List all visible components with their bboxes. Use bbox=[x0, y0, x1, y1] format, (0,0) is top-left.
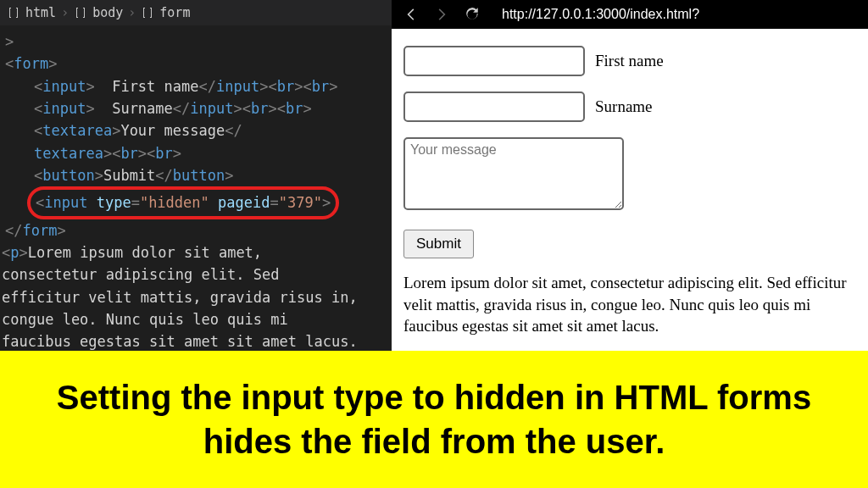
code-token: Lorem ipsum dolor sit amet, bbox=[28, 244, 262, 261]
code-token: br bbox=[277, 78, 294, 95]
code-token: button bbox=[42, 167, 94, 184]
code-token: input bbox=[216, 78, 259, 95]
breadcrumb-item[interactable]: html bbox=[25, 5, 56, 20]
code-token: textarea bbox=[42, 122, 112, 139]
code-token: "hidden" bbox=[140, 194, 209, 211]
code-token: br bbox=[120, 145, 137, 162]
brackets-icon bbox=[141, 6, 154, 19]
code-token: br bbox=[286, 100, 303, 117]
code-token: textarea bbox=[34, 145, 103, 162]
code-token: br bbox=[155, 145, 172, 162]
code-token: input bbox=[44, 194, 87, 211]
breadcrumb: html › body › form bbox=[0, 0, 392, 25]
code-token: input bbox=[42, 78, 86, 95]
browser-toolbar: http://127.0.0.1:3000/index.html? bbox=[392, 0, 868, 29]
code-token: input bbox=[42, 100, 86, 117]
code-token: br bbox=[312, 78, 329, 95]
code-token: br bbox=[251, 100, 268, 117]
code-token: Submit bbox=[103, 167, 155, 184]
first-name-label: First name bbox=[595, 52, 664, 70]
surname-input[interactable] bbox=[403, 92, 585, 122]
brackets-icon bbox=[74, 6, 87, 19]
breadcrumb-item[interactable]: body bbox=[92, 5, 123, 20]
first-name-input[interactable] bbox=[403, 46, 585, 76]
caption-text: Setting the input type to hidden in HTML… bbox=[17, 375, 851, 463]
code-token: form bbox=[22, 222, 57, 239]
chevron-right-icon: › bbox=[61, 5, 69, 20]
code-area[interactable]: > <form> <input> First name</input><br><… bbox=[0, 25, 392, 351]
code-token: Your message bbox=[120, 122, 225, 139]
caption-banner: Setting the input type to hidden in HTML… bbox=[0, 351, 868, 488]
highlight-hidden-input: <input type="hidden" pageid="379"> bbox=[27, 186, 339, 219]
surname-label: Surname bbox=[595, 97, 653, 116]
lorem-paragraph: Lorem ipsum dolor sit amet, consectetur … bbox=[403, 272, 856, 337]
code-token: Surname bbox=[95, 100, 173, 117]
forward-button[interactable] bbox=[434, 7, 449, 22]
code-token: congue leo. Nunc quis leo quis mi bbox=[2, 311, 288, 328]
code-token: efficitur velit mattis, gravida risus in… bbox=[2, 289, 358, 306]
submit-button[interactable]: Submit bbox=[403, 230, 474, 258]
code-token: "379" bbox=[279, 194, 322, 211]
message-textarea[interactable]: Your message bbox=[403, 137, 624, 210]
url-bar[interactable]: http://127.0.0.1:3000/index.html? bbox=[495, 7, 699, 22]
code-token: faucibus egestas sit amet sit amet lacus… bbox=[2, 333, 358, 350]
back-button[interactable] bbox=[403, 7, 419, 22]
browser-preview-panel: http://127.0.0.1:3000/index.html? First … bbox=[392, 0, 868, 351]
refresh-button[interactable] bbox=[465, 7, 480, 22]
code-token: p bbox=[10, 244, 19, 261]
breadcrumb-item[interactable]: form bbox=[159, 5, 190, 20]
code-token: pageid bbox=[218, 194, 270, 211]
code-token: consectetur adipiscing elit. Sed bbox=[2, 266, 280, 283]
chevron-right-icon: › bbox=[128, 5, 136, 20]
code-token: form bbox=[14, 55, 48, 72]
code-editor-panel: html › body › form > <form> <input> Firs… bbox=[0, 0, 392, 351]
code-text: > bbox=[5, 33, 14, 50]
code-token: type bbox=[97, 194, 131, 211]
brackets-icon bbox=[7, 6, 20, 19]
code-token: button bbox=[173, 167, 225, 184]
page-content: First name Surname Your message Submit L… bbox=[392, 29, 868, 354]
code-token: input bbox=[190, 100, 233, 117]
code-token: First name bbox=[95, 78, 199, 95]
